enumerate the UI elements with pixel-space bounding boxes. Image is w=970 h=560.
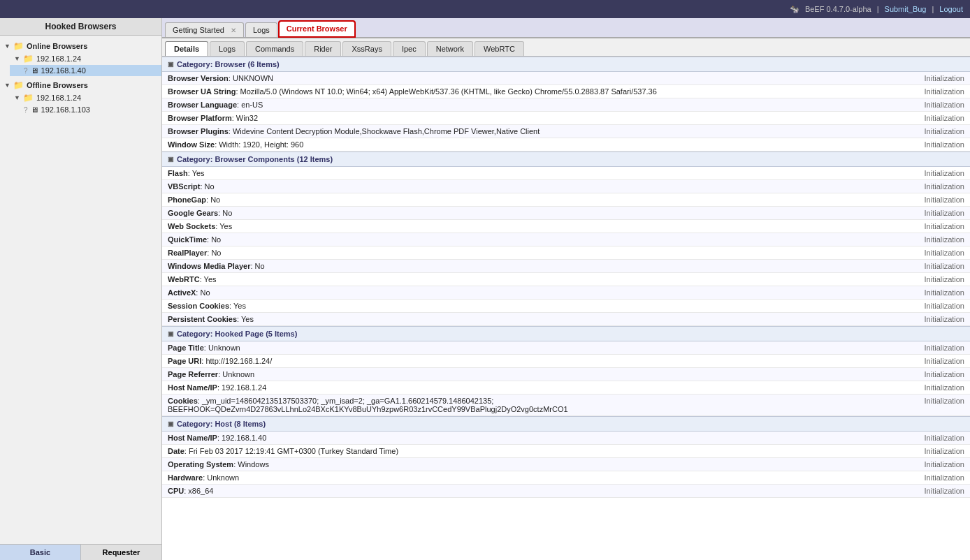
detail-key: Host Name/IP: 192.168.1.24: [168, 383, 881, 392]
detail-status: Initialization: [881, 74, 964, 82]
detail-row: Hardware: Unknown Initialization: [162, 471, 970, 485]
detail-status: Initialization: [881, 370, 964, 378]
detail-status: Initialization: [881, 460, 964, 469]
online-folder-icon: 📁: [13, 41, 24, 51]
offline-subnet-folder: 📁: [23, 93, 34, 103]
online-subnet-folder: 📁: [23, 54, 34, 64]
offline-folder-icon: 📁: [13, 80, 24, 90]
offline-host[interactable]: ? 🖥 192.168.1.103: [10, 104, 161, 115]
details-content[interactable]: ▣ Category: Browser (6 Items) Browser Ve…: [162, 57, 970, 560]
offline-browsers-group: ▼ 📁 Offline Browsers ▼ 📁 192.168.1.24 ? …: [0, 78, 161, 117]
beef-logo: 🐄: [790, 5, 799, 14]
inner-tab-rider[interactable]: Rider: [305, 41, 341, 56]
detail-status: Initialization: [881, 235, 964, 244]
requester-button[interactable]: Requester: [81, 545, 161, 560]
detail-status: Initialization: [881, 288, 964, 297]
detail-row: Operating System: Windows Initialization: [162, 458, 970, 471]
detail-row: Cookies: _ym_uid=1486042135137503370; _y…: [162, 395, 970, 416]
detail-key: CPU: x86_64: [168, 487, 881, 495]
detail-status: Initialization: [881, 275, 964, 283]
sep2: |: [932, 5, 934, 13]
detail-status: Initialization: [881, 262, 964, 270]
cat-triangle: ▣: [168, 330, 174, 337]
detail-status: Initialization: [881, 127, 964, 135]
tab-getting-started[interactable]: Getting Started ✕: [165, 22, 244, 37]
logout-link[interactable]: Logout: [939, 5, 963, 13]
detail-row: Browser Language: en-US Initialization: [162, 98, 970, 112]
detail-status: Initialization: [881, 315, 964, 323]
category-header-components[interactable]: ▣ Category: Browser Components (12 Items…: [162, 152, 970, 167]
online-subnet-label: 192.168.1.24: [36, 54, 81, 63]
detail-key: ActiveX: No: [168, 288, 881, 297]
tab-logs[interactable]: Logs: [245, 22, 277, 37]
offline-triangle: ▼: [4, 82, 10, 89]
detail-key: Host Name/IP: 192.168.1.40: [168, 434, 881, 442]
inner-tab-webrtc[interactable]: WebRTC: [475, 41, 524, 56]
inner-tab-logs[interactable]: Logs: [210, 41, 245, 56]
detail-row: Browser Plugins: Widevine Content Decryp…: [162, 125, 970, 138]
tab-getting-started-close[interactable]: ✕: [231, 27, 236, 34]
offline-subnet-triangle: ▼: [14, 94, 20, 101]
offline-host-question: ?: [24, 106, 28, 114]
basic-button[interactable]: Basic: [0, 545, 81, 560]
inner-tab-xssrays[interactable]: XssRays: [342, 41, 391, 56]
detail-row: Host Name/IP: 192.168.1.24 Initializatio…: [162, 381, 970, 395]
category-header-hooked_page[interactable]: ▣ Category: Hooked Page (5 Items): [162, 326, 970, 341]
detail-key: PhoneGap: No: [168, 196, 881, 204]
detail-status: Initialization: [881, 101, 964, 109]
detail-status: Initialization: [881, 473, 964, 482]
inner-tab-details[interactable]: Details: [165, 41, 208, 56]
detail-status: Initialization: [881, 140, 964, 149]
detail-status: Initialization: [881, 383, 964, 392]
submit-bug-link[interactable]: Submit_Bug: [885, 5, 927, 13]
detail-status: Initialization: [881, 357, 964, 365]
detail-row: Windows Media Player: No Initialization: [162, 260, 970, 273]
online-triangle: ▼: [4, 43, 10, 50]
detail-row: Flash: Yes Initialization: [162, 167, 970, 180]
tab-logs-label: Logs: [253, 26, 270, 34]
detail-key: Operating System: Windows: [168, 460, 881, 469]
detail-status: Initialization: [881, 222, 964, 230]
category-header-browser[interactable]: ▣ Category: Browser (6 Items): [162, 57, 970, 72]
online-browsers-header[interactable]: ▼ 📁 Online Browsers: [0, 40, 161, 52]
detail-status: Initialization: [881, 87, 964, 96]
tab-bar: Getting Started ✕ Logs Current Browser: [162, 18, 970, 38]
online-host[interactable]: ? 🖥 192.168.1.40: [10, 65, 161, 76]
detail-key: Browser Plugins: Widevine Content Decryp…: [168, 127, 881, 135]
detail-status: Initialization: [881, 196, 964, 204]
inner-tab-commands[interactable]: Commands: [246, 41, 303, 56]
detail-row: Browser Platform: Win32 Initialization: [162, 112, 970, 125]
detail-key: WebRTC: Yes: [168, 275, 881, 283]
tab-current-browser[interactable]: Current Browser: [279, 21, 355, 37]
detail-row: WebRTC: Yes Initialization: [162, 273, 970, 286]
category-header-host[interactable]: ▣ Category: Host (8 Items): [162, 416, 970, 432]
tab-current-browser-label: Current Browser: [287, 24, 347, 33]
cat-triangle: ▣: [168, 61, 174, 68]
online-subnet[interactable]: ▼ 📁 192.168.1.24: [10, 52, 161, 65]
detail-row: CPU: x86_64 Initialization: [162, 485, 970, 498]
detail-status: Initialization: [881, 302, 964, 310]
detail-status: Initialization: [881, 487, 964, 495]
detail-status: Initialization: [881, 114, 964, 122]
detail-key: Cookies: _ym_uid=1486042135137503370; _y…: [168, 397, 881, 413]
inner-tab-network[interactable]: Network: [427, 41, 473, 56]
detail-key: VBScript: No: [168, 182, 881, 191]
detail-key: RealPlayer: No: [168, 249, 881, 257]
detail-row: Window Size: Width: 1920, Height: 960 In…: [162, 138, 970, 152]
offline-browsers-header[interactable]: ▼ 📁 Offline Browsers: [0, 79, 161, 91]
offline-host-icon: 🖥: [31, 105, 38, 114]
inner-tab-bar: Details Logs Commands Rider XssRays Ipec…: [162, 38, 970, 57]
detail-row: Session Cookies: Yes Initialization: [162, 300, 970, 313]
detail-key: Windows Media Player: No: [168, 262, 881, 270]
main: Getting Started ✕ Logs Current Browser D…: [162, 18, 970, 560]
offline-host-label: 192.168.1.103: [41, 105, 90, 114]
detail-row: Web Sockets: Yes Initialization: [162, 220, 970, 233]
inner-tab-ipec[interactable]: Ipec: [393, 41, 426, 56]
offline-subnet-label: 192.168.1.24: [36, 94, 81, 102]
offline-subnet[interactable]: ▼ 📁 192.168.1.24: [10, 91, 161, 104]
detail-key: Page URI: http://192.168.1.24/: [168, 357, 881, 365]
detail-key: QuickTime: No: [168, 235, 881, 244]
detail-key: Browser Language: en-US: [168, 101, 881, 109]
topbar: 🐄 BeEF 0.4.7.0-alpha | Submit_Bug | Logo…: [0, 0, 970, 18]
detail-row: Google Gears: No Initialization: [162, 207, 970, 220]
